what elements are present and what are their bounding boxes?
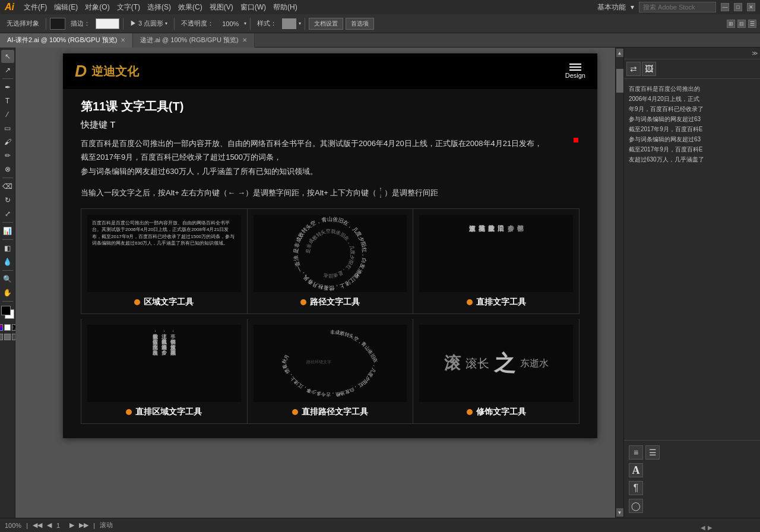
tab-0-close[interactable]: ✕: [121, 37, 125, 43]
prev-page-btn[interactable]: ◀◀: [33, 521, 42, 529]
layout-icon[interactable]: ☰: [748, 20, 756, 28]
menu-help[interactable]: 帮助(H): [273, 2, 297, 12]
tool-zoom[interactable]: 🔍: [1, 273, 14, 286]
tab-1[interactable]: 递进.ai @ 100% (RGB/GPU 预览) ✕: [133, 33, 254, 48]
tool-hand[interactable]: ✋: [1, 286, 14, 299]
vert-area-text-name: 直排区域文字工具: [135, 407, 202, 417]
tab-bar: AI-课件2.ai @ 100% (RGB/GPU 预览) ✕ 递进.ai @ …: [0, 33, 760, 48]
maximize-button[interactable]: □: [734, 3, 742, 11]
normal-mode-btn[interactable]: [0, 334, 3, 340]
tool-rotate[interactable]: ↻: [1, 194, 14, 207]
minimize-button[interactable]: —: [721, 3, 729, 11]
stroke-swatch[interactable]: [50, 18, 65, 30]
no-selection-label: 无选择对象: [4, 18, 42, 29]
current-page[interactable]: 1: [56, 522, 60, 529]
tool-paintbrush[interactable]: 🖌: [1, 135, 14, 148]
menu-effect[interactable]: 效果(C): [178, 2, 202, 12]
tab-0[interactable]: AI-课件2.ai @ 100% (RGB/GPU 预览) ✕: [0, 33, 133, 48]
path-text-section: 是非成败转头空，青山依旧在，几度夕阳红，白发渔樵江渚上，惯看秋月春风，一壶浊酒喜…: [248, 209, 414, 314]
search-input[interactable]: [639, 2, 716, 12]
tool-sep-3: [2, 222, 13, 223]
workspace-dropdown-icon[interactable]: ▾: [631, 3, 634, 11]
deco-char-4: 东逝水: [520, 357, 549, 370]
status-bar: 100% | ◀◀ ◀ 1 ▶ ▶▶ | 滚动 ◀ ▶: [0, 518, 760, 532]
scroll-thumb[interactable]: [616, 69, 623, 93]
tool-pencil[interactable]: ✏: [1, 149, 14, 162]
menu-edit[interactable]: 编辑(E): [54, 2, 78, 12]
point-style[interactable]: ▶ 3 点圆形 ▾: [127, 18, 170, 29]
tool-eyedropper[interactable]: 💧: [1, 255, 14, 268]
color-mode-white[interactable]: [4, 324, 11, 331]
toolbar: 无选择对象 描边： ▶ 3 点圆形 ▾ 不透明度： 100% ▾ 样式： ▾ 文…: [0, 14, 760, 33]
panel-toggle-icon[interactable]: ⊞: [727, 20, 735, 28]
next-page-btn[interactable]: ▶▶: [79, 521, 88, 529]
panel-image-icon[interactable]: 🖼: [642, 62, 656, 76]
description-text: 百度百科是百度公司推出的一部内容开放、自由的网络百科全书平台。其测试版于2006…: [81, 137, 580, 178]
scroll-track: [616, 57, 623, 508]
scrollbar-vertical[interactable]: ▲ ▼: [615, 48, 623, 518]
align-center-icon[interactable]: ☰: [645, 445, 660, 460]
scroll-down-btn[interactable]: ▼: [616, 508, 623, 517]
tool-sep-6: [2, 301, 13, 302]
arrange-icon[interactable]: ⊟: [737, 20, 746, 28]
stroke-color-box[interactable]: [96, 18, 119, 29]
tab-0-label: AI-课件2.ai @ 100% (RGB/GPU 预览): [7, 36, 117, 45]
menu-object[interactable]: 对象(O): [85, 2, 109, 12]
tab-1-close[interactable]: ✕: [242, 37, 247, 43]
opacity-value[interactable]: 100%: [219, 19, 242, 28]
tool-graph[interactable]: 📊: [1, 224, 14, 238]
deco-text-content: 滚 滚长 之 东逝水: [419, 325, 573, 402]
color-mode-color[interactable]: [0, 324, 3, 331]
next-btn[interactable]: ▶: [69, 521, 74, 529]
hamburger-icon[interactable]: [569, 64, 581, 71]
tool-scale[interactable]: ⤢: [1, 207, 14, 220]
panel-icons-row: ⇄ 🖼: [624, 59, 760, 79]
menu-text[interactable]: 文字(T): [117, 2, 140, 12]
tool-blend[interactable]: ⊗: [1, 163, 14, 176]
opacity-dropdown-icon[interactable]: ▾: [244, 21, 246, 26]
tool-direct-select[interactable]: ↗: [1, 64, 14, 77]
prev-btn[interactable]: ◀: [47, 521, 52, 529]
scroll-up-btn[interactable]: ▲: [616, 49, 623, 57]
status-indicator: ◀: [701, 524, 705, 531]
point-dropdown-icon[interactable]: ▾: [165, 21, 167, 26]
menu-view[interactable]: 视图(V): [210, 2, 233, 12]
menu-select[interactable]: 选择(S): [147, 2, 171, 12]
close-button[interactable]: ✕: [747, 3, 755, 11]
workspace-label[interactable]: 基本功能: [597, 2, 626, 12]
instruction-text: 当输入一段文字之后，按Alt+ 左右方向键（← →）是调整字间距，按Alt+ 上…: [81, 186, 580, 199]
toolbar-sep-2: [123, 18, 124, 30]
area-text-content: 百度百科是百度公司推出的一部内容开放、自由的网络百科全书平台。其测试版于2006…: [87, 215, 241, 292]
area-text-bullet: [134, 299, 140, 305]
point-style-label: ▶ 3 点圆形: [130, 19, 163, 28]
type-large-icon[interactable]: A: [629, 463, 643, 477]
tool-type[interactable]: T: [1, 94, 14, 107]
arrow-up-icon: ↑: [379, 186, 382, 192]
tool-shape[interactable]: ▭: [1, 122, 14, 135]
align-left-icon[interactable]: ≡: [629, 445, 643, 460]
tool-pen[interactable]: ✒: [1, 81, 14, 94]
menu-window[interactable]: 窗口(W): [240, 2, 266, 12]
tool-select[interactable]: ↖: [1, 50, 14, 63]
canvas-area[interactable]: D 逆迪文化 Design 第11课 文字工具(T) 快捷键 T: [15, 48, 623, 518]
full-screen-btn[interactable]: [4, 334, 11, 340]
tools-grid-row2: 非成败转头空，青山依旧在，几度夕阳红。白发渔樵 江渚上，惯看秋月春风。一壶浊酒喜…: [81, 319, 580, 424]
zoom-value[interactable]: 100%: [5, 522, 21, 529]
menu-file[interactable]: 文件(F): [24, 2, 47, 12]
preferences-button[interactable]: 首选项: [346, 18, 374, 30]
logo-text: 逆迪文化: [91, 64, 139, 80]
path-text-label: 路径文字工具: [300, 297, 360, 308]
tool-line[interactable]: ∕: [1, 108, 14, 121]
style-dropdown-icon[interactable]: ▾: [299, 21, 301, 26]
circle-icon[interactable]: ◯: [629, 499, 643, 513]
vert-area-col-3: 事，都付笑谈中。滚滚长江东逝水，浪花淘尽英雄: [169, 330, 176, 397]
tool-eraser[interactable]: ⌫: [1, 180, 14, 193]
style-color-box[interactable]: [282, 18, 296, 29]
vertical-text-demo: 滚滚长江东逝水 浪花淘尽英雄 是非成败转头空 旧是沿江 古今多少事 都付笑谈中: [419, 215, 573, 292]
fill-color-swatch[interactable]: [1, 306, 11, 315]
panel-collapse-icon[interactable]: ≫: [752, 50, 758, 56]
panel-sync-icon[interactable]: ⇄: [626, 62, 641, 76]
paragraph-icon[interactable]: ¶: [629, 481, 643, 495]
doc-settings-button[interactable]: 文档设置: [309, 18, 343, 30]
tool-gradient[interactable]: ◧: [1, 242, 14, 255]
